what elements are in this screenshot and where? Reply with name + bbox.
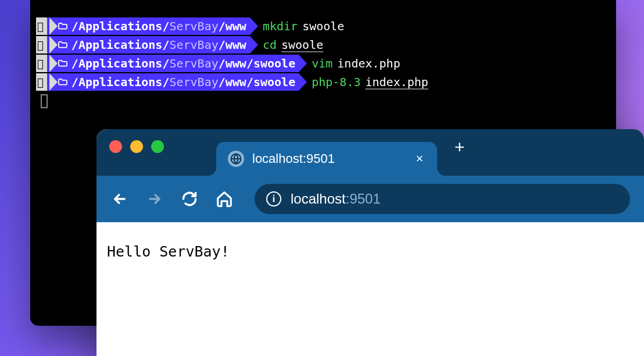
terminal-line: /Applications/ServBay/wwwcdswoole [36, 36, 610, 54]
url-port: :9501 [346, 191, 381, 207]
command: php-8.3 [312, 75, 360, 89]
command-arg: swoole [302, 19, 344, 33]
separator-icon [49, 17, 58, 35]
apple-icon:  [37, 58, 44, 70]
home-button[interactable] [215, 190, 234, 208]
site-info-icon[interactable]: i [266, 191, 281, 207]
back-button[interactable] [110, 190, 129, 208]
url-text: localhost:9501 [291, 191, 381, 207]
apple-badge:  [36, 36, 47, 54]
separator-icon [49, 55, 58, 72]
globe-icon [228, 151, 244, 167]
minimize-window-button[interactable] [130, 140, 143, 153]
command: mkdir [263, 19, 298, 33]
forward-button[interactable] [145, 190, 164, 208]
command-arg: index.php [366, 75, 428, 89]
apple-icon:  [37, 20, 44, 33]
new-tab-button[interactable]: + [455, 137, 465, 157]
command: vim [312, 56, 332, 70]
folder-icon [58, 58, 68, 69]
url-host: localhost [291, 191, 346, 207]
browser-toolbar: i localhost:9501 [96, 176, 644, 222]
path-text: /Applications/ServBay/www/swoole [71, 56, 295, 70]
browser-tab-strip: localhost:9501 × + [96, 129, 644, 176]
close-tab-icon[interactable]: × [413, 151, 427, 166]
apple-icon:  [37, 76, 44, 88]
path-text: /Applications/ServBay/www/swoole [71, 75, 295, 89]
apple-badge:  [36, 55, 47, 72]
terminal-line: /Applications/ServBay/www/swoolephp-8.3… [36, 73, 610, 91]
terminal-line: /Applications/ServBay/wwwmkdirswoole [36, 17, 610, 35]
command-arg: swoole [281, 38, 323, 52]
separator-icon [49, 36, 58, 54]
terminal-cursor [41, 94, 48, 108]
folder-icon [58, 40, 68, 51]
folder-icon [58, 21, 68, 32]
page-content: Hello ServBay! [96, 222, 644, 281]
tab-title: localhost:9501 [252, 151, 405, 166]
reload-button[interactable] [180, 190, 199, 208]
browser-tab[interactable]: localhost:9501 × [216, 142, 437, 176]
command-arg: index.php [337, 56, 400, 70]
prompt-path: /Applications/ServBay/www/swoole [47, 55, 299, 72]
apple-icon:  [37, 39, 44, 51]
prompt-path: /Applications/ServBay/www [47, 17, 250, 35]
folder-icon [58, 77, 68, 88]
path-text: /Applications/ServBay/www [71, 19, 246, 33]
path-text: /Applications/ServBay/www [71, 38, 246, 52]
address-bar[interactable]: i localhost:9501 [255, 184, 630, 214]
terminal-line: /Applications/ServBay/www/swooleviminde… [36, 55, 610, 72]
prompt-path: /Applications/ServBay/www/swoole [47, 73, 299, 91]
apple-badge:  [36, 17, 47, 35]
separator-icon [250, 17, 258, 35]
separator-icon [250, 36, 258, 54]
maximize-window-button[interactable] [151, 140, 164, 153]
separator-icon [49, 73, 58, 91]
close-window-button[interactable] [109, 140, 122, 153]
command: cd [263, 38, 277, 52]
browser-window: localhost:9501 × + i localhost:9501 Hell… [96, 129, 644, 356]
separator-icon [299, 55, 307, 72]
window-controls [109, 140, 164, 153]
apple-badge:  [36, 73, 47, 91]
separator-icon [299, 73, 307, 91]
prompt-path: /Applications/ServBay/www [47, 36, 250, 54]
